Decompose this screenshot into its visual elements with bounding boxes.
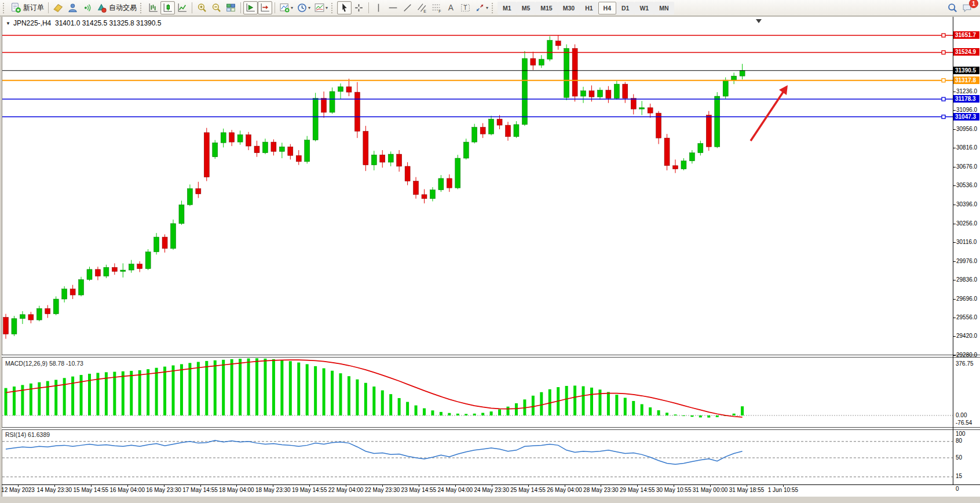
candle-body xyxy=(221,133,226,143)
styler-button[interactable] xyxy=(51,1,65,14)
arrows-tool-button[interactable]: ▾ xyxy=(473,1,490,14)
candle-body xyxy=(597,90,602,97)
templates-dropdown[interactable]: ▾ xyxy=(326,5,328,10)
time-axis-label: 12 May 2023 xyxy=(1,487,35,493)
toolbar-separator xyxy=(368,2,369,13)
macd-histogram-bar xyxy=(406,402,409,415)
timeframe-mn-button[interactable]: MN xyxy=(654,2,674,14)
rsi-value: 61.6389 xyxy=(28,431,50,438)
macd-histogram-bar xyxy=(180,364,183,415)
svg-text:E: E xyxy=(423,9,426,13)
vertical-line-tool-button[interactable] xyxy=(371,1,386,14)
tile-windows-button[interactable] xyxy=(224,1,238,14)
macd-histogram-bar xyxy=(297,363,300,415)
time-axis-label: 26 May 04:00 xyxy=(547,487,582,493)
candle-body xyxy=(581,91,586,96)
macd-histogram-bar xyxy=(582,386,585,415)
text-tool-button[interactable]: A xyxy=(444,1,458,14)
macd-histogram-bar xyxy=(147,369,149,415)
auto-scroll-button[interactable] xyxy=(243,1,258,14)
timeframe-h4-button[interactable]: H4 xyxy=(598,2,616,14)
macd-pane[interactable] xyxy=(2,358,953,427)
user-icon xyxy=(67,2,78,13)
level-line-handle[interactable] xyxy=(942,97,945,101)
toolbar-separator xyxy=(48,2,49,13)
rsi-pane[interactable] xyxy=(2,430,953,484)
main-price-pane[interactable] xyxy=(2,17,953,356)
macd-histogram-bar xyxy=(423,409,426,415)
time-axis-label: 24 May 23:30 xyxy=(474,487,509,493)
equidistant-channel-tool-button[interactable]: E xyxy=(415,1,429,14)
cursor-tool-button[interactable] xyxy=(337,1,352,14)
text-label-tool-button[interactable]: T xyxy=(458,1,473,14)
profile-button[interactable] xyxy=(65,1,80,14)
new-order-label: 新订单 xyxy=(23,3,44,13)
candle-body xyxy=(36,308,42,320)
zoom-in-button[interactable] xyxy=(195,1,209,14)
macd-histogram-bar xyxy=(306,364,309,415)
templates-button[interactable]: ▾ xyxy=(312,1,330,14)
bar-chart-button[interactable] xyxy=(146,1,160,14)
candle-body xyxy=(631,99,636,110)
chart-shift-button[interactable] xyxy=(258,1,272,14)
timeframe-m5-button[interactable]: M5 xyxy=(517,2,536,14)
toolbar-grip xyxy=(3,3,7,13)
periods-button[interactable]: ▾ xyxy=(295,1,312,14)
line-chart-button[interactable] xyxy=(175,1,189,14)
candle-body xyxy=(455,158,460,188)
svg-text:F: F xyxy=(438,9,441,13)
new-order-button[interactable]: 新订单 xyxy=(9,1,46,14)
candle-body xyxy=(681,161,686,169)
fibonacci-tool-button[interactable]: F xyxy=(429,1,444,14)
candle-body xyxy=(740,71,745,76)
timeframe-d1-button[interactable]: D1 xyxy=(616,2,634,14)
candle-body xyxy=(531,59,536,65)
macd-histogram-bar xyxy=(389,394,392,415)
pane-splitter[interactable] xyxy=(2,355,980,358)
zoom-out-button[interactable] xyxy=(209,1,224,14)
vertical-line-icon xyxy=(373,2,384,13)
level-line-handle[interactable] xyxy=(942,115,945,119)
timeframe-h1-button[interactable]: H1 xyxy=(580,2,598,14)
macd-axis-max: 376.75 xyxy=(956,360,974,367)
timeframe-m1-button[interactable]: M1 xyxy=(498,2,517,14)
candle-body xyxy=(28,315,34,320)
periods-dropdown[interactable]: ▾ xyxy=(308,5,310,10)
horizontal-line-tool-button[interactable] xyxy=(386,1,400,14)
signals-button[interactable] xyxy=(80,1,94,14)
time-axis-label: 31 May 18:55 xyxy=(729,487,765,493)
macd-histogram-bar xyxy=(339,373,342,415)
candle-body xyxy=(62,289,67,299)
trendline-tool-button[interactable] xyxy=(400,1,415,14)
level-line-handle[interactable] xyxy=(942,79,945,82)
macd-histogram-bar xyxy=(323,369,326,415)
cursor-icon xyxy=(339,2,350,13)
search-button[interactable] xyxy=(945,1,960,14)
macd-histogram-bar xyxy=(381,391,384,415)
timeframe-m15-button[interactable]: M15 xyxy=(535,2,557,14)
macd-histogram-bar xyxy=(113,372,116,415)
macd-histogram-bar xyxy=(733,414,736,415)
chart-shift-marker[interactable] xyxy=(756,19,762,23)
macd-histogram-bar xyxy=(214,360,217,415)
candle-body xyxy=(271,142,276,151)
indicators-icon xyxy=(279,2,290,13)
rsi-axis-15: 15 xyxy=(956,473,962,479)
level-line-handle[interactable] xyxy=(942,34,945,37)
candle-body xyxy=(648,108,653,113)
macd-histogram-bar xyxy=(649,407,652,415)
crosshair-tool-button[interactable] xyxy=(352,1,366,14)
candlestick-chart-button[interactable] xyxy=(160,1,175,14)
timeframe-m30-button[interactable]: M30 xyxy=(558,2,580,14)
timeframe-w1-button[interactable]: W1 xyxy=(634,2,654,14)
arrows-dropdown[interactable]: ▾ xyxy=(486,5,488,10)
notifications-button[interactable]: 1 xyxy=(960,1,974,14)
macd-axis-min: -76.54 xyxy=(956,420,972,426)
level-line-handle[interactable] xyxy=(942,50,945,54)
auto-trading-button[interactable]: 自动交易 xyxy=(94,1,138,14)
chart-collapse-icon[interactable]: ▼ xyxy=(6,21,10,26)
indicators-dropdown[interactable]: ▾ xyxy=(291,5,293,10)
candle-body xyxy=(321,99,327,112)
indicators-button[interactable]: ▾ xyxy=(277,1,295,14)
candle-body xyxy=(288,147,293,155)
